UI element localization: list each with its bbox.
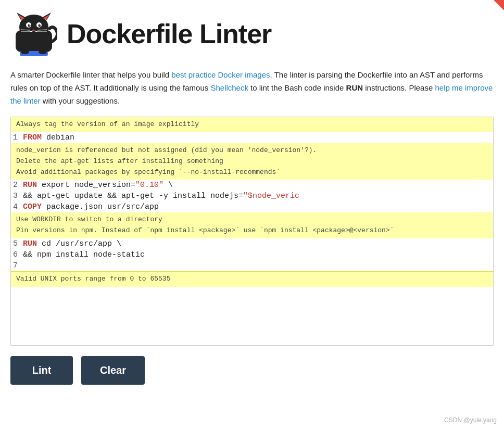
line-code: COPY package.json usr/src/app	[23, 203, 159, 211]
code-line-2: 2 RUN export node_version="0.10" \	[11, 180, 493, 191]
line-code: && apt-get update && apt-get -y install …	[23, 192, 299, 200]
lint-message-block-4: Valid UNIX ports range from 0 to 65535	[11, 271, 493, 287]
lint-message-line: Always tag the version of an image expli…	[16, 119, 488, 130]
lint-message-line: Delete the apt-get lists after installin…	[16, 156, 488, 167]
line-number: 6	[11, 250, 23, 259]
clear-button[interactable]: Clear	[81, 356, 145, 385]
line-number: 7	[11, 261, 23, 270]
corner-decoration	[483, 0, 504, 21]
svg-point-12	[40, 24, 41, 26]
code-line-5: 5 RUN cd /usr/src/app \	[11, 238, 493, 249]
cat-icon	[10, 10, 57, 57]
line-code: FROM debian	[23, 133, 74, 142]
line-code: RUN export node_version="0.10" \	[23, 181, 173, 189]
svg-point-9	[28, 24, 31, 27]
lint-message-block-2: node_verion is referenced but not assign…	[11, 143, 493, 180]
lint-message-line: Use WORKDIR to switch to a directory	[16, 214, 488, 225]
line-number: 2	[11, 181, 23, 189]
button-row: Lint Clear	[10, 356, 494, 385]
svg-point-11	[29, 24, 30, 26]
link-shellcheck[interactable]: Shellcheck	[210, 83, 248, 92]
description-text: A smarter Dockerfile linter that helps y…	[10, 69, 494, 107]
code-line-7: 7	[11, 260, 493, 271]
line-code: && npm install node-static	[23, 250, 145, 259]
code-line-1: 1 FROM debian	[11, 132, 493, 143]
line-number: 4	[11, 203, 23, 211]
line-number: 5	[11, 239, 23, 248]
lint-message-line: Valid UNIX ports range from 0 to 65535	[16, 274, 488, 285]
code-line-4: 4 COPY package.json usr/src/app	[11, 201, 493, 212]
line-number: 3	[11, 192, 23, 200]
lint-message-block-1: Always tag the version of an image expli…	[11, 117, 493, 132]
svg-point-10	[39, 24, 41, 27]
lint-message-line: Pin versions in npm. Instead of `npm ins…	[16, 225, 488, 236]
svg-marker-0	[494, 0, 504, 10]
lint-message-block-3: Use WORKDIR to switch to a directory Pin…	[11, 212, 493, 238]
line-number: 1	[11, 133, 23, 142]
page-title: Dockerfile Linter	[67, 18, 271, 49]
code-line-3: 3 && apt-get update && apt-get -y instal…	[11, 191, 493, 201]
lint-message-line: Avoid additional packages by specifying …	[16, 167, 488, 178]
watermark: CSDN @yule.yang	[444, 416, 497, 424]
header: Dockerfile Linter	[10, 10, 494, 57]
svg-point-20	[39, 50, 47, 54]
line-code	[23, 261, 28, 270]
code-editor[interactable]: Always tag the version of an image expli…	[10, 117, 494, 346]
line-code: RUN cd /usr/src/app \	[23, 239, 121, 248]
code-line-6: 6 && npm install node-static	[11, 249, 493, 260]
svg-point-19	[21, 50, 29, 54]
lint-message-line: node_verion is referenced but not assign…	[16, 145, 488, 156]
link-best-practice[interactable]: best practice Docker images	[171, 70, 270, 79]
lint-button[interactable]: Lint	[10, 356, 73, 385]
